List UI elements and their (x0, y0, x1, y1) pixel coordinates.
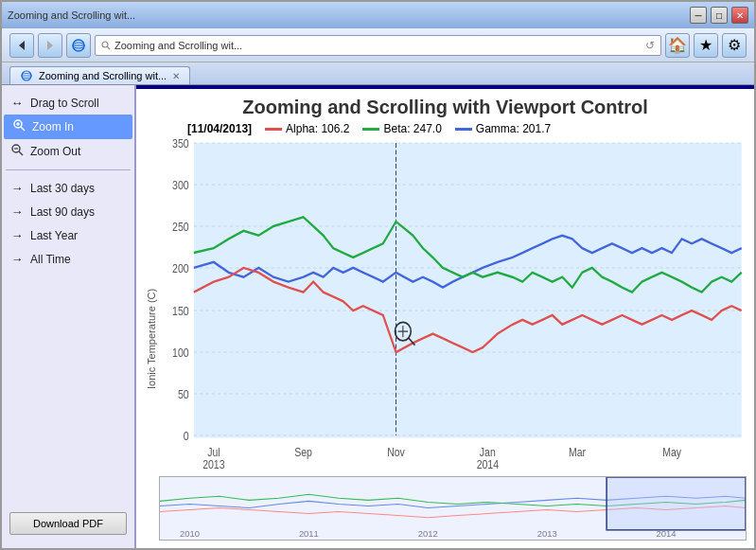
svg-line-11 (21, 127, 25, 131)
forward-button[interactable] (38, 33, 62, 58)
sidebar-item-last-90[interactable]: → Last 90 days (2, 200, 134, 223)
minimize-button[interactable]: ─ (690, 7, 707, 24)
svg-text:May: May (662, 446, 681, 458)
chart-title: Zooming and Scrolling with Viewport Cont… (144, 97, 747, 118)
chart-legend: [11/04/2013] Alpha: 106.2 Beta: 247.0 Ga… (187, 122, 747, 135)
ie-icon (66, 33, 91, 58)
arrow-icon-4: → (9, 252, 25, 266)
chart-date-label: [11/04/2013] (187, 122, 252, 135)
legend-alpha: Alpha: 106.2 (265, 122, 349, 135)
zoom-out-icon (9, 144, 25, 159)
svg-text:300: 300 (172, 179, 189, 191)
legend-gamma-label: Gamma: 201.7 (476, 122, 551, 135)
sidebar-item-last-year[interactable]: → Last Year (2, 223, 134, 247)
sidebar-item-zoom-in[interactable]: Zoom In (4, 115, 132, 139)
sidebar-item-all-time[interactable]: → All Time (2, 247, 134, 271)
content-area: ↔ Drag to Scroll Zoom In Zoom Out → Last… (2, 85, 754, 548)
window-controls: ─ □ ✕ (690, 7, 748, 24)
svg-text:0: 0 (184, 430, 189, 442)
close-button[interactable]: ✕ (731, 7, 748, 24)
main-chart-svg: 350 300 250 200 150 100 50 0 Jul 2013 (159, 137, 747, 472)
chart-container: Zooming and Scrolling with Viewport Cont… (136, 89, 754, 548)
address-bar[interactable]: Zooming and Scrolling wit... ↺ (95, 35, 661, 56)
sidebar-spacer (2, 271, 134, 505)
svg-text:Nov: Nov (387, 446, 405, 458)
main-area: Zooming and Scrolling with Viewport Cont… (136, 85, 754, 548)
sidebar-label-last90: Last 90 days (30, 205, 95, 219)
legend-beta-label: Beta: 247.0 (383, 122, 441, 135)
sidebar-label-lastyear: Last Year (30, 229, 78, 242)
arrow-icon-2: → (9, 204, 25, 219)
svg-text:200: 200 (172, 262, 189, 275)
legend-gamma: Gamma: 201.7 (455, 122, 551, 135)
svg-text:2011: 2011 (299, 529, 319, 539)
svg-text:100: 100 (172, 346, 189, 359)
svg-text:150: 150 (172, 305, 189, 317)
arrow-icon-1: → (9, 181, 25, 195)
svg-text:2014: 2014 (477, 459, 499, 471)
home-button[interactable]: 🏠 (665, 33, 690, 58)
sidebar-label-zoom-in: Zoom In (32, 120, 74, 133)
legend-gamma-color (455, 128, 472, 131)
address-text: Zooming and Scrolling wit... (114, 40, 642, 51)
sidebar-label-alltime: All Time (30, 253, 71, 266)
refresh-icon[interactable]: ↺ (645, 39, 655, 52)
sidebar-label-zoom-out: Zoom Out (30, 145, 80, 158)
svg-marker-0 (19, 41, 25, 50)
svg-text:50: 50 (178, 388, 189, 400)
tab-icon (20, 69, 33, 82)
sidebar: ↔ Drag to Scroll Zoom In Zoom Out → Last… (2, 85, 136, 548)
legend-alpha-label: Alpha: 106.2 (286, 122, 349, 135)
chart-body: Ionic Temperature (C) (144, 137, 747, 541)
window-title: Zooming and Scrolling wit... (8, 9, 135, 21)
favorites-button[interactable]: ★ (694, 33, 718, 58)
svg-text:350: 350 (172, 137, 189, 150)
arrow-icon-3: → (9, 228, 25, 242)
download-pdf-button[interactable]: Download PDF (9, 512, 127, 535)
tab-close-button[interactable]: ✕ (172, 71, 180, 81)
chart-svg-area: 350 300 250 200 150 100 50 0 Jul 2013 (159, 137, 747, 541)
legend-beta-color (362, 128, 379, 131)
svg-line-6 (108, 46, 111, 49)
svg-text:2010: 2010 (180, 529, 200, 539)
legend-beta: Beta: 247.0 (362, 122, 441, 135)
mini-chart[interactable]: 2010 2011 2012 2013 2014 (159, 476, 747, 541)
mini-chart-svg: 2010 2011 2012 2013 2014 (160, 477, 746, 540)
svg-text:2013: 2013 (537, 529, 557, 539)
svg-rect-53 (607, 477, 746, 530)
svg-line-15 (19, 151, 23, 155)
y-axis-label: Ionic Temperature (C) (144, 137, 159, 541)
search-icon (101, 41, 111, 50)
svg-text:Sep: Sep (294, 446, 312, 458)
sidebar-divider-1 (6, 169, 131, 170)
legend-alpha-color (265, 128, 282, 131)
sidebar-label-drag: Drag to Scroll (30, 97, 99, 110)
svg-text:Jul: Jul (207, 446, 220, 458)
settings-button[interactable]: ⚙ (722, 33, 747, 58)
svg-marker-1 (47, 41, 53, 50)
sidebar-label-last30: Last 30 days (30, 182, 95, 195)
svg-rect-17 (194, 143, 742, 437)
svg-text:2013: 2013 (202, 459, 224, 471)
nav-bar: Zooming and Scrolling wit... ↺ 🏠 ★ ⚙ (2, 28, 754, 62)
svg-text:Jan: Jan (480, 446, 496, 458)
svg-text:Mar: Mar (569, 446, 586, 458)
title-bar: Zooming and Scrolling wit... ─ □ ✕ (2, 2, 754, 28)
browser-frame: Zooming and Scrolling wit... ─ □ ✕ Zoomi… (0, 0, 756, 550)
svg-point-5 (102, 42, 108, 47)
svg-text:2012: 2012 (418, 529, 438, 539)
main-chart[interactable]: 350 300 250 200 150 100 50 0 Jul 2013 (159, 137, 747, 472)
sidebar-item-last-30[interactable]: → Last 30 days (2, 176, 134, 200)
sidebar-item-drag-to-scroll[interactable]: ↔ Drag to Scroll (2, 91, 134, 115)
maximize-button[interactable]: □ (711, 7, 728, 24)
tab-bar: Zooming and Scrolling wit... ✕ (2, 62, 754, 85)
drag-scroll-icon: ↔ (9, 96, 25, 110)
active-tab[interactable]: Zooming and Scrolling wit... ✕ (9, 66, 190, 84)
tab-label: Zooming and Scrolling wit... (39, 70, 167, 81)
back-button[interactable] (9, 33, 34, 58)
zoom-in-icon (11, 119, 26, 134)
svg-text:250: 250 (172, 221, 189, 233)
sidebar-item-zoom-out[interactable]: Zoom Out (2, 139, 134, 164)
